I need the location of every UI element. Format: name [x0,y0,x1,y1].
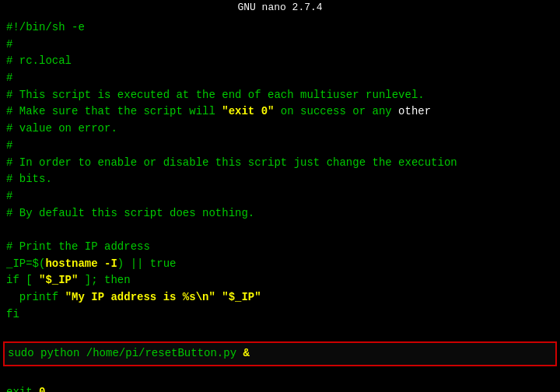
line-blank3: # [6,138,554,155]
line-shebang: #!/bin/sh -e [6,19,554,37]
line-comment4b: # bits. [6,171,554,188]
title-bar: GNU nano 2.7.4 [0,0,560,15]
line-blank5 [6,222,554,239]
line-comment2: # Make sure that the script will "exit 0… [6,103,554,121]
line-print-comment: # Print the IP address [6,239,554,256]
line-blank6 [6,323,554,340]
line-comment5: # By default this script does nothing. [6,205,554,222]
line-blank4: # [6,188,554,205]
terminal-window: GNU nano 2.7.4 #!/bin/sh -e # # rc.local… [0,0,560,392]
line-rc-local: # rc.local [6,53,554,70]
line-comment4a: # In order to enable or disable this scr… [6,155,554,172]
line-comment3: # value on error. [6,121,554,138]
editor-content[interactable]: #!/bin/sh -e # # rc.local # # This scrip… [0,15,560,392]
line-blank7 [6,368,554,385]
line-blank1: # [6,37,554,54]
line-if: if [ "$_IP" ]; then [6,272,554,289]
line-fi: fi [6,306,554,324]
line-exit: exit 0 [6,384,554,392]
app-title: GNU nano 2.7.4 [237,2,322,13]
line-printf: printf "My IP address is %s\n" "$_IP" [6,289,554,306]
line-comment1: # This script is executed at the end of … [6,87,554,104]
line-ip-assign: _IP=$(hostname -I) || true [6,256,554,273]
line-sudo: sudo python /home/pi/resetButton.py & [3,341,557,366]
line-blank2: # [6,70,554,87]
